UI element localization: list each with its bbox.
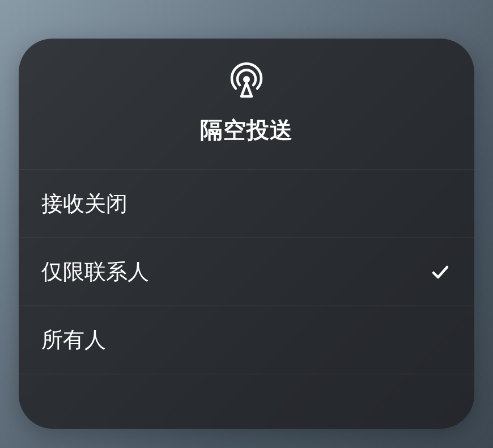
option-label: 接收关闭 [41, 189, 128, 218]
airdrop-settings-panel: 隔空投送 接收关闭 仅限联系人 所有人 [19, 39, 474, 429]
option-receiving-off[interactable]: 接收关闭 [19, 170, 474, 238]
panel-title: 隔空投送 [200, 115, 293, 146]
option-contacts-only[interactable]: 仅限联系人 [19, 238, 474, 306]
option-everyone[interactable]: 所有人 [19, 306, 474, 374]
checkmark-icon [429, 261, 452, 284]
option-label: 仅限联系人 [41, 257, 149, 286]
panel-header: 隔空投送 [19, 39, 474, 170]
airdrop-icon [228, 62, 265, 99]
option-label: 所有人 [41, 326, 106, 354]
